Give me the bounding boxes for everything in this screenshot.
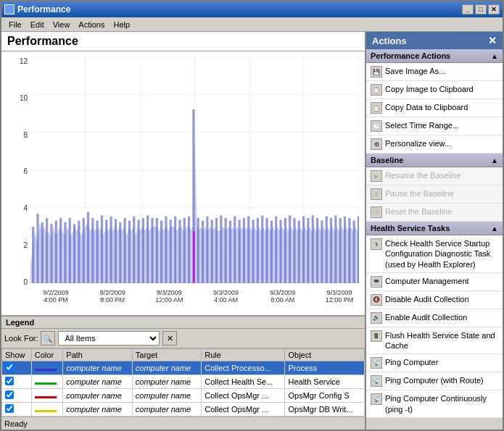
row1-checkbox[interactable] [5,377,14,385]
x-label-5: 9/3/2009 12:00 PM [314,289,365,304]
action-copy-data[interactable]: 📋 Copy Data to Clipboard [366,99,503,117]
svg-rect-86 [358,217,359,283]
performance-actions-section-header: Performance Actions ▲ [366,49,503,63]
window-title: Performance [17,4,462,14]
search-clear-button[interactable]: ✕ [162,331,177,346]
enable-audit-icon: 🔊 [371,312,382,324]
menu-actions[interactable]: Actions [74,19,109,30]
y-label-10: 10 [20,94,28,102]
maximize-button[interactable]: □ [475,4,487,14]
copy-image-icon: 📋 [371,84,382,96]
action-flush-health[interactable]: 🗑 Flush Health Service State and Cache [366,327,503,355]
row3-checkbox[interactable] [5,404,14,413]
actions-title: Actions [372,35,407,46]
legend-header-row: Show Color Path Target Rule Object [2,349,365,361]
legend-header: Legend [1,317,365,329]
svg-rect-67 [270,221,273,283]
svg-rect-37 [133,217,135,283]
svg-rect-33 [115,219,117,283]
row3-show[interactable] [2,403,32,417]
svg-rect-31 [105,219,107,283]
col-object: Object [285,349,365,361]
row2-object: OpsMgr Config S [285,389,365,403]
svg-rect-43 [160,221,162,283]
select-time-icon: 🕐 [371,120,382,132]
row0-show[interactable] [2,361,32,375]
menu-view[interactable]: View [49,19,75,30]
actions-panel: Actions ✕ Performance Actions ▲ 💾 Save I… [365,32,503,430]
svg-rect-28 [91,218,94,283]
col-color: Color [31,349,63,361]
chart-area: 12 10 8 6 4 2 0 [1,51,365,315]
row2-color [31,389,63,403]
svg-rect-20 [55,221,57,283]
action-personalize[interactable]: ⚙ Personalize view... [366,135,503,154]
action-enable-audit[interactable]: 🔊 Enable Audit Collection [366,309,503,327]
baseline-collapse-icon[interactable]: ▲ [491,156,498,164]
action-save-image[interactable]: 💾 Save Image As... [366,63,503,81]
menu-file[interactable]: File [4,19,26,30]
svg-rect-73 [298,221,300,283]
svg-rect-79 [326,217,328,283]
window-controls: _ □ ✕ [462,4,500,14]
close-button[interactable]: ✕ [488,4,500,14]
action-ping-route[interactable]: 📡 Ping Computer (with Route) [366,372,503,390]
svg-rect-35 [124,218,126,283]
svg-rect-71 [289,215,291,283]
svg-rect-75 [307,218,309,283]
svg-rect-82 [339,218,342,283]
status-bar: Ready [1,417,365,430]
table-row[interactable]: computer name computer name Collect OpsM… [2,403,365,417]
svg-rect-58 [229,221,231,283]
row2-show[interactable] [2,389,32,403]
perf-collapse-icon[interactable]: ▲ [491,52,498,60]
svg-rect-19 [50,224,52,283]
actions-header: Actions ✕ [366,32,503,49]
action-copy-image[interactable]: 📋 Copy Image to Clipboard [366,81,503,99]
svg-rect-23 [69,218,71,283]
action-ping[interactable]: 📡 Ping Computer [366,354,503,372]
svg-rect-17 [41,222,44,283]
y-label-6: 6 [23,167,28,175]
x-label-0: 9/2/2009 4:00 PM [30,289,81,304]
reset-baseline-label: Reset the Baseline [385,206,498,217]
action-computer-mgmt[interactable]: 💻 Computer Management [366,273,503,291]
table-row[interactable]: computer name computer name Collect Heal… [2,375,365,389]
row1-show[interactable] [2,375,32,389]
menu-help[interactable]: Help [109,19,134,30]
svg-rect-52 [202,221,204,283]
action-check-health[interactable]: ⚕ Check Health Service Startup Configura… [366,235,503,273]
table-row[interactable]: computer name computer name Collect OpsM… [2,389,365,403]
action-select-time[interactable]: 🕐 Select Time Range... [366,117,503,135]
search-icon-button[interactable]: 🔍 [41,331,55,346]
svg-rect-59 [234,217,236,283]
action-disable-audit[interactable]: 🔇 Disable Audit Collection [366,291,503,309]
svg-rect-40 [146,215,149,283]
action-resume-baseline: ▶ Resume the Baseline [366,167,503,185]
ping-continuous-label: Ping Computer Continuously (ping -t) [385,393,498,414]
row0-object: Process [285,361,365,375]
svg-rect-65 [261,215,263,283]
svg-rect-76 [312,215,314,283]
actions-close-button[interactable]: ✕ [488,35,497,46]
legend-table: Show Color Path Target Rule Object [1,348,365,417]
table-row[interactable]: computer name computer name Collect Proc… [2,361,365,375]
action-ping-continuous[interactable]: 📡 Ping Computer Continuously (ping -t) [366,390,503,418]
look-for-label: Look For: [4,334,38,343]
search-dropdown[interactable]: All Items [58,331,160,346]
performance-header: Performance [1,32,365,51]
row2-checkbox[interactable] [5,390,14,399]
menu-edit[interactable]: Edit [26,19,49,30]
legend-area: Legend Look For: 🔍 All Items ✕ Show C [1,315,365,417]
health-tasks-collapse-icon[interactable]: ▲ [491,225,498,233]
row1-path: computer name [63,375,132,389]
disable-audit-icon: 🔇 [371,294,382,306]
svg-rect-57 [225,218,227,283]
minimize-button[interactable]: _ [462,4,474,14]
row3-target: computer name [132,403,201,417]
svg-rect-69 [279,219,281,283]
row0-checkbox[interactable] [5,363,14,372]
copy-data-icon: 📋 [371,102,382,114]
svg-rect-70 [284,218,286,283]
status-text: Ready [4,419,28,428]
